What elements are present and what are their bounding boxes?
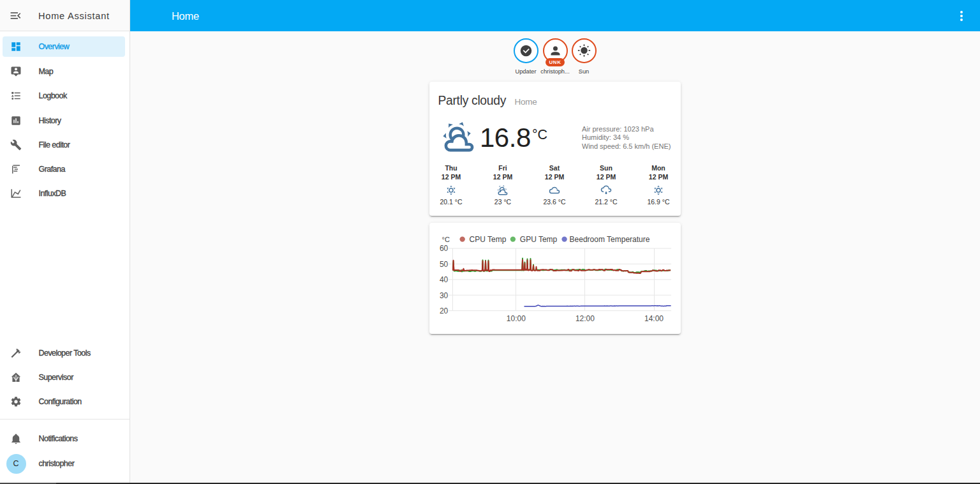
svg-text:°C: °C — [442, 236, 450, 243]
svg-text:50: 50 — [440, 260, 449, 269]
svg-text:Beedroom Temperature: Beedroom Temperature — [570, 235, 650, 244]
svg-text:12:00: 12:00 — [575, 314, 595, 323]
svg-text:60: 60 — [440, 244, 449, 253]
svg-text:30: 30 — [440, 291, 449, 300]
svg-text:40: 40 — [440, 275, 449, 284]
svg-text:CPU Temp: CPU Temp — [470, 235, 507, 244]
svg-text:GPU Temp: GPU Temp — [520, 235, 558, 244]
svg-text:10:00: 10:00 — [507, 314, 526, 323]
svg-text:14:00: 14:00 — [644, 314, 664, 323]
svg-text:20: 20 — [440, 306, 449, 315]
